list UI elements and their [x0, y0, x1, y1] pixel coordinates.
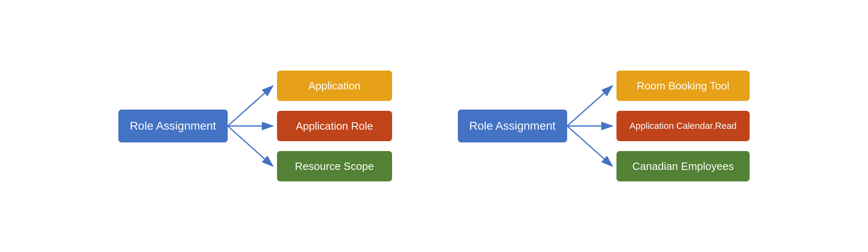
arrow-to-room-booking	[567, 86, 612, 126]
arrows-svg-1	[228, 64, 277, 188]
diagram-2: Role Assignment Room Booking Tool	[458, 64, 750, 188]
diagrams-container: Role Assignment	[0, 64, 868, 188]
role-assignment-node-1: Role Assignment	[118, 110, 228, 142]
application-node: Application	[277, 71, 392, 101]
right-nodes-1: Application Application Role Resource Sc…	[277, 71, 392, 181]
right-nodes-2: Room Booking Tool Application Calendar.R…	[616, 71, 750, 181]
arrow-to-resource-scope	[228, 126, 273, 166]
arrow-to-canadian-employees	[567, 126, 612, 166]
arrows-svg-2	[567, 64, 616, 188]
diagram-1: Role Assignment	[118, 64, 392, 188]
application-calendar-read-node: Application Calendar.Read	[616, 111, 750, 141]
arrow-to-application	[228, 86, 273, 126]
application-role-node: Application Role	[277, 111, 392, 141]
role-assignment-node-2: Role Assignment	[458, 110, 567, 142]
canadian-employees-node: Canadian Employees	[616, 151, 750, 181]
resource-scope-node: Resource Scope	[277, 151, 392, 181]
room-booking-tool-node: Room Booking Tool	[616, 71, 750, 101]
